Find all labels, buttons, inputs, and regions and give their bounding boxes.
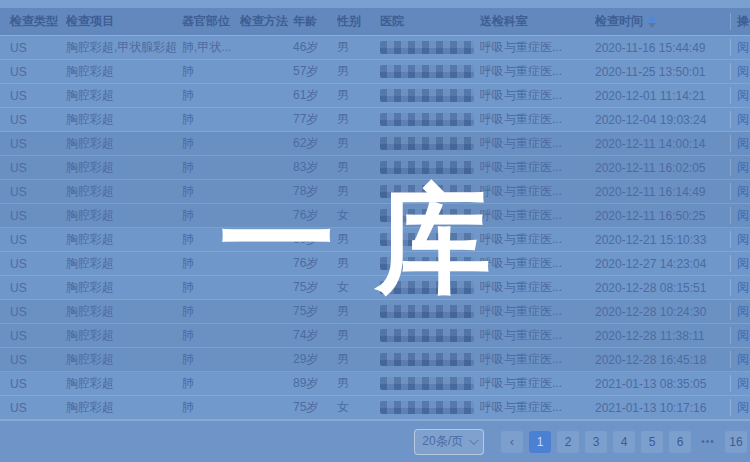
- page-button-2[interactable]: 2: [557, 431, 579, 453]
- view-image-link[interactable]: 阅片: [737, 231, 750, 248]
- page-button-1[interactable]: 1: [529, 431, 551, 453]
- view-image-link[interactable]: 阅片: [737, 255, 750, 272]
- col-header-time[interactable]: 检查时间: [595, 13, 730, 30]
- hospital-redacted-block: [380, 305, 474, 318]
- col-header-label: 送检科室: [480, 13, 528, 30]
- cell-dept: 呼吸与重症医...: [480, 111, 595, 128]
- view-image-link[interactable]: 阅片: [737, 399, 750, 416]
- cell-hospital: [380, 257, 480, 270]
- cell-age: 75岁: [293, 303, 337, 320]
- pager-ellipsis[interactable]: •••: [697, 431, 719, 453]
- cell-action: 阅片: [730, 39, 750, 56]
- view-image-link[interactable]: 阅片: [737, 39, 750, 56]
- view-image-link[interactable]: 阅片: [737, 327, 750, 344]
- hospital-redacted-block: [380, 233, 474, 246]
- page-button-16[interactable]: 16: [725, 431, 747, 453]
- cell-gender: 男: [337, 231, 380, 248]
- cell-organ: 肺: [182, 159, 240, 176]
- cell-gender: 男: [337, 63, 380, 80]
- hospital-redacted-block: [380, 353, 474, 366]
- view-image-link[interactable]: 阅片: [737, 87, 750, 104]
- cell-gender: 女: [337, 207, 380, 224]
- page-size-label: 20条/页: [422, 433, 463, 450]
- hospital-redacted-block: [380, 401, 474, 414]
- view-image-link[interactable]: 阅片: [737, 111, 750, 128]
- cell-time: 2020-12-11 16:50:25: [595, 209, 730, 223]
- cell-action: 阅片: [730, 399, 750, 416]
- cell-gender: 男: [337, 303, 380, 320]
- table-row: US胸腔彩超肺75岁男呼吸与重症医...2020-12-28 10:24:30阅…: [0, 300, 750, 324]
- col-header-label: 医院: [380, 13, 404, 30]
- cell-item: 胸腔彩超: [66, 183, 182, 200]
- col-header-age: 年龄: [293, 13, 337, 30]
- view-image-link[interactable]: 阅片: [737, 207, 750, 224]
- view-image-link[interactable]: 阅片: [737, 183, 750, 200]
- cell-item: 胸腔彩超,甲状腺彩超: [66, 39, 182, 56]
- cell-type: US: [0, 401, 66, 415]
- col-header-organ: 器官部位: [182, 13, 240, 30]
- cell-organ: 肺: [182, 183, 240, 200]
- cell-dept: 呼吸与重症医...: [480, 87, 595, 104]
- cell-hospital: [380, 209, 480, 222]
- table-row: US胸腔彩超肺60岁男呼吸与重症医...2020-12-21 15:10:33阅…: [0, 228, 750, 252]
- page-button-4[interactable]: 4: [613, 431, 635, 453]
- cell-age: 75岁: [293, 279, 337, 296]
- cell-time: 2020-12-28 16:45:18: [595, 353, 730, 367]
- view-image-link[interactable]: 阅片: [737, 303, 750, 320]
- cell-hospital: [380, 377, 480, 390]
- view-image-link[interactable]: 阅片: [737, 159, 750, 176]
- cell-hospital: [380, 353, 480, 366]
- cell-time: 2020-12-04 19:03:24: [595, 113, 730, 127]
- cell-time: 2020-11-25 13:50:01: [595, 65, 730, 79]
- cell-item: 胸腔彩超: [66, 111, 182, 128]
- cell-action: 阅片: [730, 111, 750, 128]
- page-button-6[interactable]: 6: [669, 431, 691, 453]
- cell-action: 阅片: [730, 327, 750, 344]
- table-row: US胸腔彩超肺83岁男呼吸与重症医...2020-12-11 16:02:05阅…: [0, 156, 750, 180]
- cell-item: 胸腔彩超: [66, 375, 182, 392]
- cell-time: 2020-12-28 10:24:30: [595, 305, 730, 319]
- cell-gender: 男: [337, 351, 380, 368]
- cell-action: 阅片: [730, 375, 750, 392]
- page-button-5[interactable]: 5: [641, 431, 663, 453]
- view-image-link[interactable]: 阅片: [737, 279, 750, 296]
- sort-caret-asc-icon: [648, 16, 656, 21]
- view-image-link[interactable]: 阅片: [737, 351, 750, 368]
- cell-hospital: [380, 401, 480, 414]
- cell-gender: 女: [337, 399, 380, 416]
- cell-organ: 肺: [182, 231, 240, 248]
- cell-hospital: [380, 281, 480, 294]
- view-image-link[interactable]: 阅片: [737, 375, 750, 392]
- cell-type: US: [0, 113, 66, 127]
- hospital-redacted-block: [380, 161, 474, 174]
- cell-dept: 呼吸与重症医...: [480, 399, 595, 416]
- cell-gender: 男: [337, 39, 380, 56]
- hospital-redacted-block: [380, 209, 474, 222]
- cell-type: US: [0, 161, 66, 175]
- col-header-gender: 性别: [337, 13, 380, 30]
- cell-age: 76岁: [293, 207, 337, 224]
- cell-action: 阅片: [730, 87, 750, 104]
- cell-organ: 肺: [182, 207, 240, 224]
- cell-item: 胸腔彩超: [66, 303, 182, 320]
- cell-dept: 呼吸与重症医...: [480, 327, 595, 344]
- exam-table: 检查类型检查项目器官部位检查方法年龄性别医院送检科室检查时间操作 US胸腔彩超,…: [0, 8, 750, 420]
- cell-gender: 男: [337, 327, 380, 344]
- cell-item: 胸腔彩超: [66, 231, 182, 248]
- cell-age: 89岁: [293, 375, 337, 392]
- table-body: US胸腔彩超,甲状腺彩超肺,甲状...46岁男呼吸与重症医...2020-11-…: [0, 36, 750, 420]
- view-image-link[interactable]: 阅片: [737, 135, 750, 152]
- hospital-redacted-block: [380, 281, 474, 294]
- cell-action: 阅片: [730, 351, 750, 368]
- table-row: US胸腔彩超肺76岁女呼吸与重症医...2020-12-11 16:50:25阅…: [0, 204, 750, 228]
- view-image-link[interactable]: 阅片: [737, 63, 750, 80]
- table-row: US胸腔彩超肺75岁女呼吸与重症医...2021-01-13 10:17:16阅…: [0, 396, 750, 420]
- table-row: US胸腔彩超肺76岁男呼吸与重症医...2020-12-27 14:23:04阅…: [0, 252, 750, 276]
- cell-type: US: [0, 257, 66, 271]
- prev-page-button[interactable]: ‹: [501, 431, 523, 453]
- cell-item: 胸腔彩超: [66, 135, 182, 152]
- table-row: US胸腔彩超肺57岁男呼吸与重症医...2020-11-25 13:50:01阅…: [0, 60, 750, 84]
- cell-hospital: [380, 65, 480, 78]
- page-size-select[interactable]: 20条/页: [414, 429, 484, 455]
- page-button-3[interactable]: 3: [585, 431, 607, 453]
